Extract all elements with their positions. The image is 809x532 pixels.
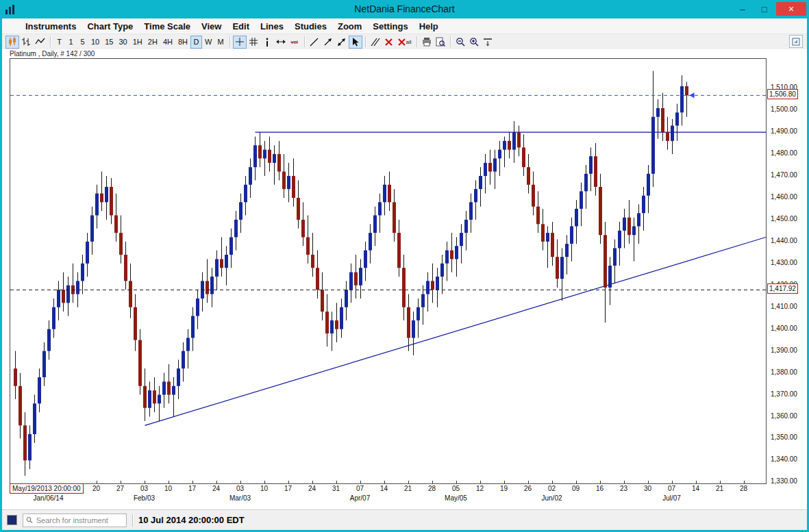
date-tick-label: 16 <box>592 485 608 492</box>
month-tick-label: Apr/07 <box>338 494 382 502</box>
toolbar-separator <box>304 36 305 47</box>
zoom-reset-button[interactable] <box>481 36 495 49</box>
date-tick-label: 03 <box>232 485 249 492</box>
timeframe-button-t[interactable]: T <box>53 36 65 49</box>
pointer-tool-button[interactable] <box>349 36 362 49</box>
timeframe-button-10[interactable]: 10 <box>88 36 102 49</box>
minimize-button[interactable]: – <box>732 2 753 16</box>
date-tick-label: 17 <box>280 485 297 492</box>
timeframe-button-15[interactable]: 15 <box>102 36 116 49</box>
ray-line-icon <box>323 38 332 47</box>
maximize-button[interactable]: □ <box>754 2 775 16</box>
chart-type-candlestick-button[interactable] <box>5 36 19 49</box>
link-color-swatch[interactable] <box>7 515 17 525</box>
extended-line-button[interactable] <box>335 36 349 49</box>
month-tick-label: Mar/03 <box>219 494 262 502</box>
toolbar-separator <box>450 36 451 47</box>
date-tick-label: 28 <box>424 485 440 492</box>
date-tick-label: 19 <box>496 485 512 492</box>
date-tick-label: 09 <box>568 485 584 492</box>
price-tick-label: 1,470.00 <box>771 171 797 179</box>
price-tick-label: 1,380.00 <box>771 368 797 377</box>
horizontal-scroll-button[interactable] <box>274 36 288 49</box>
date-tick-label: 10 <box>160 485 177 492</box>
chart-type-bars-button[interactable] <box>19 36 33 49</box>
extended-line-icon <box>337 38 346 47</box>
timeframe-button-4h[interactable]: 4H <box>160 36 175 49</box>
timeframe-button-2h[interactable]: 2H <box>145 36 160 49</box>
close-button[interactable]: × <box>776 2 806 16</box>
toolbar-separator <box>229 36 230 47</box>
chart-type-line-button[interactable] <box>33 36 47 49</box>
month-tick-label: May/05 <box>434 494 478 502</box>
panel-toggle-button[interactable] <box>789 35 803 48</box>
candlestick-chart[interactable] <box>10 59 766 483</box>
print-preview-button[interactable] <box>434 36 447 49</box>
menu-item-instruments[interactable]: Instruments <box>20 21 82 31</box>
statusbar-separator <box>132 514 133 527</box>
window-controls: – □ × <box>732 2 806 16</box>
pointer-cursor-icon <box>351 38 360 47</box>
month-tick-label: Jun/02 <box>530 494 574 502</box>
month-tick-label: Jul/07 <box>650 494 694 502</box>
delete-all-label: all <box>406 39 412 45</box>
panel-toggle-icon <box>792 38 800 46</box>
timeframe-button-w[interactable]: W <box>202 36 214 49</box>
current-price-badge: 1,506.80 <box>767 89 798 99</box>
price-tick-label: 1,400.00 <box>771 325 797 333</box>
delete-line-button[interactable] <box>382 36 396 49</box>
date-tick-label: 28 <box>736 485 752 492</box>
menu-item-view[interactable]: View <box>196 21 227 31</box>
search-input[interactable] <box>35 516 123 525</box>
menu-item-settings[interactable]: Settings <box>367 21 413 31</box>
date-tick-label: 07 <box>664 485 680 492</box>
printer-icon <box>422 38 432 47</box>
print-preview-icon <box>436 37 445 47</box>
search-box[interactable] <box>23 514 127 527</box>
menu-bar: InstrumentsChart TypeTime ScaleViewEditL… <box>2 18 807 34</box>
volume-toggle-button[interactable]: vol <box>288 36 301 49</box>
zoom-out-icon <box>456 37 465 47</box>
menu-item-lines[interactable]: Lines <box>255 21 289 31</box>
menu-item-studies[interactable]: Studies <box>289 21 332 31</box>
time-axis-months: Jan/06/14Feb/03Mar/03Apr/07May/05Jun/02J… <box>10 494 765 503</box>
timeframe-button-m[interactable]: M <box>214 36 226 49</box>
timeframe-button-5[interactable]: 5 <box>77 36 88 49</box>
date-tick-label: 20 <box>88 485 105 492</box>
ohlc-bars-icon <box>21 37 31 47</box>
menu-item-help[interactable]: Help <box>414 21 444 31</box>
date-tick-label: 23 <box>616 485 632 492</box>
delete-all-lines-button[interactable]: all <box>396 36 414 49</box>
menu-item-chart-type[interactable]: Chart Type <box>82 21 138 31</box>
grid-button[interactable] <box>247 36 260 49</box>
alert-price-badge: 1,417.92 <box>767 283 798 294</box>
menu-item-time-scale[interactable]: Time Scale <box>138 21 196 31</box>
month-tick-label: Feb/03 <box>123 494 166 502</box>
timeframe-button-d[interactable]: D <box>190 36 202 49</box>
parallel-lines-button[interactable] <box>369 36 382 49</box>
price-tick-label: 1,410.00 <box>771 303 797 311</box>
toolbar: T151015301H2H4H8HDWM vol <box>2 34 807 49</box>
chart-plot[interactable] <box>10 58 767 484</box>
ray-line-button[interactable] <box>321 36 335 49</box>
price-tick-label: 1,360.00 <box>771 412 797 420</box>
timeframe-button-30[interactable]: 30 <box>116 36 130 49</box>
print-button[interactable] <box>420 36 434 49</box>
app-window: NetDania FinanceChart – □ × InstrumentsC… <box>0 0 809 532</box>
price-tick-label: 1,480.00 <box>771 149 797 157</box>
trendline-icon <box>310 38 319 47</box>
trendline-button[interactable] <box>308 36 321 49</box>
date-tick-label: 12 <box>472 485 488 492</box>
price-tick-label: 1,390.00 <box>771 346 797 355</box>
date-tick-label: 02 <box>544 485 560 492</box>
menu-item-edit[interactable]: Edit <box>227 21 255 31</box>
zoom-out-button[interactable] <box>453 36 467 49</box>
timeframe-button-1[interactable]: 1 <box>65 36 77 49</box>
info-button[interactable] <box>260 36 274 49</box>
menu-item-zoom[interactable]: Zoom <box>332 21 367 31</box>
timeframe-button-1h[interactable]: 1H <box>130 36 145 49</box>
timeframe-button-8h[interactable]: 8H <box>175 36 190 49</box>
crosshair-button[interactable] <box>233 36 247 49</box>
time-axis-days: 2027031017240310172431071421280512192602… <box>10 485 765 493</box>
zoom-in-button[interactable] <box>467 36 481 49</box>
